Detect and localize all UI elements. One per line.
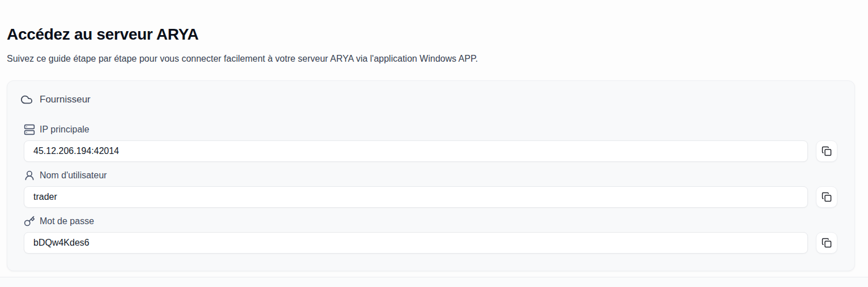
- field-ip-label: IP principale: [40, 125, 89, 135]
- field-ip-row: [24, 140, 837, 162]
- field-username-row: [24, 186, 837, 208]
- copy-username-button[interactable]: [816, 186, 837, 208]
- field-password-row: [24, 232, 837, 254]
- field-password-label-row: Mot de passe: [24, 216, 837, 227]
- cloud-icon: [20, 93, 33, 106]
- server-icon: [24, 124, 35, 135]
- copy-password-button[interactable]: [816, 232, 837, 254]
- copy-ip-button[interactable]: [816, 140, 837, 162]
- field-username-label: Nom d'utilisateur: [40, 170, 107, 181]
- key-icon: [24, 216, 35, 227]
- username-input[interactable]: [24, 186, 808, 208]
- page-footer-strip: [0, 277, 868, 287]
- page-title: Accédez au serveur ARYA: [7, 25, 868, 44]
- field-ip-label-row: IP principale: [24, 124, 837, 135]
- field-password: Mot de passe: [24, 216, 837, 254]
- field-username: Nom d'utilisateur: [24, 170, 837, 208]
- password-input[interactable]: [24, 232, 808, 254]
- page-subtitle: Suivez ce guide étape par étape pour vou…: [7, 52, 868, 66]
- field-ip: IP principale: [24, 124, 837, 162]
- provider-card: Fournisseur IP principale: [7, 80, 855, 271]
- user-icon: [24, 170, 35, 181]
- copy-icon: [822, 192, 832, 202]
- field-password-label: Mot de passe: [40, 216, 94, 226]
- copy-icon: [822, 146, 832, 156]
- card-header: Fournisseur: [20, 93, 837, 106]
- card-header-label: Fournisseur: [40, 94, 91, 105]
- copy-icon: [822, 238, 832, 248]
- field-username-label-row: Nom d'utilisateur: [24, 170, 837, 181]
- ip-input[interactable]: [24, 140, 808, 162]
- fields-container: IP principale Nom d'utilisateu: [24, 124, 837, 254]
- main-content: Accédez au serveur ARYA Suivez ce guide …: [0, 0, 868, 277]
